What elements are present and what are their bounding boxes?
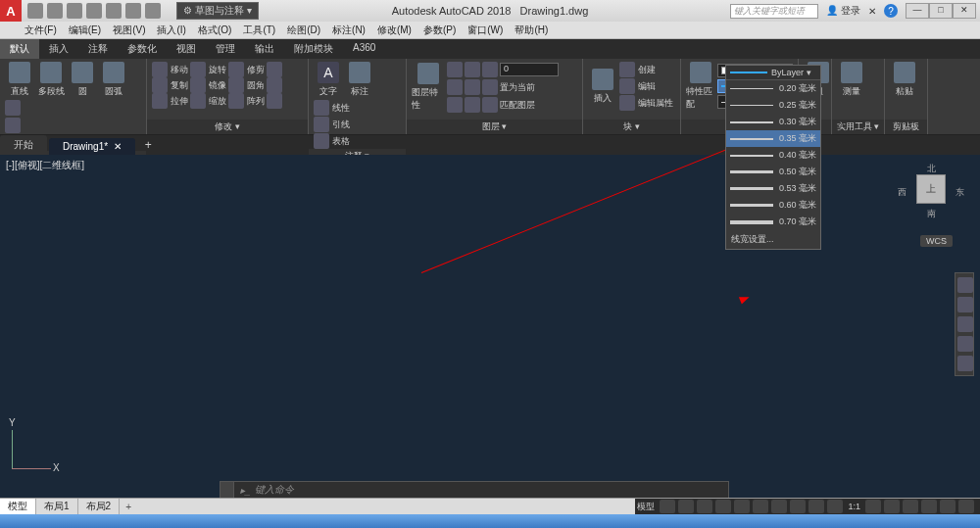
panel-label-utilities[interactable]: 实用工具 ▾ <box>832 120 884 134</box>
save-icon[interactable] <box>67 3 82 19</box>
panel-label-modify[interactable]: 修改 ▾ <box>147 120 308 134</box>
hardware-accel-icon[interactable] <box>903 500 918 513</box>
drawing-canvas[interactable]: [-][俯视][二维线框] Y X 北 西 东 南 上 WCS <box>0 155 980 499</box>
grid-toggle-icon[interactable] <box>660 500 675 513</box>
ribbon-tab-annotate[interactable]: 注释 <box>78 39 118 59</box>
model-tab[interactable]: 模型 <box>0 499 36 514</box>
ribbon-tab-default[interactable]: 默认 <box>0 39 39 59</box>
ribbon-tab-parametric[interactable]: 参数化 <box>118 39 167 59</box>
transparency-toggle-icon[interactable] <box>790 500 806 513</box>
redo-icon[interactable] <box>145 3 161 19</box>
layer-combo[interactable]: 0 <box>500 63 559 76</box>
line-button[interactable]: 直线 <box>5 62 34 98</box>
layer-tool-4[interactable] <box>447 97 463 113</box>
anno-scale[interactable]: 1:1 <box>846 502 862 511</box>
close-button[interactable]: ✕ <box>953 3 976 19</box>
isolate-objects-icon[interactable] <box>921 500 937 513</box>
add-layout-button[interactable]: + <box>120 501 137 513</box>
anno-visibility-icon[interactable] <box>865 500 881 513</box>
workspace-switch-icon[interactable] <box>884 500 900 513</box>
ribbon-tab-a360[interactable]: A360 <box>343 39 385 59</box>
panel-label-layer[interactable]: 图层 ▾ <box>407 120 582 134</box>
new-tab-button[interactable]: + <box>137 135 160 155</box>
lineweight-item-5[interactable]: 0.50 毫米 <box>726 164 820 180</box>
layer-state-icon-3[interactable] <box>482 62 498 77</box>
clean-screen-icon[interactable] <box>940 500 956 513</box>
layer-properties-button[interactable]: 图层特性 <box>412 63 445 112</box>
app-logo[interactable]: A <box>0 0 22 22</box>
scale-button[interactable]: 缩放 <box>190 93 226 109</box>
lineweight-item-4[interactable]: 0.40 毫米 <box>726 147 820 164</box>
command-line[interactable]: ▸_键入命令 <box>220 481 729 499</box>
text-button[interactable]: A文字 <box>314 62 343 98</box>
ribbon-tab-output[interactable]: 输出 <box>245 39 284 59</box>
menu-param[interactable]: 参数(P) <box>423 24 456 37</box>
layer-tool-2[interactable] <box>465 79 480 95</box>
cmdline-grip-icon[interactable] <box>220 482 234 498</box>
ortho-toggle-icon[interactable] <box>697 500 712 513</box>
ribbon-tab-view[interactable]: 视图 <box>167 39 206 59</box>
status-model-label[interactable]: 模型 <box>635 501 657 513</box>
polar-toggle-icon[interactable] <box>715 500 731 513</box>
dyn-input-toggle-icon[interactable] <box>827 500 843 513</box>
table-button[interactable]: 表格 <box>314 133 350 149</box>
drawing-tab[interactable]: Drawing1* ✕ <box>49 138 135 155</box>
osnap-toggle-icon[interactable] <box>734 500 750 513</box>
layout1-tab[interactable]: 布局1 <box>36 499 78 514</box>
match-properties-button[interactable]: 特性匹配 <box>686 62 715 111</box>
layer-state-icon[interactable] <box>447 62 463 77</box>
snap-toggle-icon[interactable] <box>678 500 694 513</box>
menu-insert[interactable]: 插入(I) <box>157 24 185 37</box>
copy-button[interactable]: 复制 <box>152 77 188 93</box>
ribbon-tab-insert[interactable]: 插入 <box>39 39 78 59</box>
leader-button[interactable]: 引线 <box>314 117 350 132</box>
cycling-toggle-icon[interactable] <box>808 500 824 513</box>
help-icon[interactable]: ? <box>884 4 898 18</box>
layout2-tab[interactable]: 布局2 <box>78 499 121 514</box>
menu-dim[interactable]: 标注(N) <box>332 24 366 37</box>
lweight-toggle-icon[interactable] <box>771 500 787 513</box>
menu-file[interactable]: 文件(F) <box>24 24 57 37</box>
lineweight-item-2[interactable]: 0.30 毫米 <box>726 114 820 130</box>
new-icon[interactable] <box>27 3 43 19</box>
draw-flyout-1[interactable] <box>5 100 21 116</box>
nav-orbit-icon[interactable] <box>957 336 973 352</box>
otrack-toggle-icon[interactable] <box>753 500 768 513</box>
modify-extra-1[interactable] <box>267 62 282 77</box>
ribbon-tab-manage[interactable]: 管理 <box>206 39 245 59</box>
open-icon[interactable] <box>47 3 63 19</box>
customization-icon[interactable] <box>958 500 974 513</box>
viewcube-south[interactable]: 南 <box>927 208 936 220</box>
layer-tool-1[interactable] <box>447 79 463 95</box>
lineweight-item-7[interactable]: 0.60 毫米 <box>726 197 820 214</box>
polyline-button[interactable]: 多段线 <box>36 62 66 98</box>
viewcube-east[interactable]: 东 <box>956 186 964 199</box>
saveas-icon[interactable] <box>86 3 102 19</box>
nav-zoom-icon[interactable] <box>957 316 973 332</box>
panel-label-block[interactable]: 块 ▾ <box>583 120 680 134</box>
measure-button[interactable]: 测量 <box>837 62 866 98</box>
viewcube-west[interactable]: 西 <box>898 186 906 199</box>
trim-button[interactable]: 修剪 <box>228 62 265 77</box>
edit-block-button[interactable]: 编辑 <box>619 78 673 94</box>
stretch-button[interactable]: 拉伸 <box>152 93 188 109</box>
undo-icon[interactable] <box>125 3 141 19</box>
menu-view[interactable]: 视图(V) <box>113 24 145 37</box>
fillet-button[interactable]: 圆角 <box>228 77 265 93</box>
mirror-button[interactable]: 镜像 <box>190 77 226 93</box>
layer-tool-5[interactable] <box>465 97 480 113</box>
edit-attr-button[interactable]: 编辑属性 <box>619 95 673 111</box>
viewport-controls[interactable]: [-][俯视][二维线框] <box>6 159 84 172</box>
paste-button[interactable]: 粘贴 <box>890 62 919 98</box>
panel-label-clipboard[interactable]: 剪贴板 <box>885 120 927 134</box>
menu-modify[interactable]: 修改(M) <box>377 24 412 37</box>
lineweight-item-3[interactable]: 0.35 毫米 <box>726 130 820 147</box>
lineweight-item-8[interactable]: 0.70 毫米 <box>726 214 820 230</box>
signin-link[interactable]: 👤 登录 <box>826 4 860 18</box>
lineweight-item-6[interactable]: 0.53 毫米 <box>726 180 820 197</box>
exchange-icon[interactable]: ✕ <box>868 6 876 17</box>
layer-tool-6[interactable] <box>482 97 498 113</box>
wcs-label[interactable]: WCS <box>920 235 953 247</box>
lineweight-item-0[interactable]: 0.20 毫米 <box>726 80 820 97</box>
draw-flyout-2[interactable] <box>5 118 21 133</box>
